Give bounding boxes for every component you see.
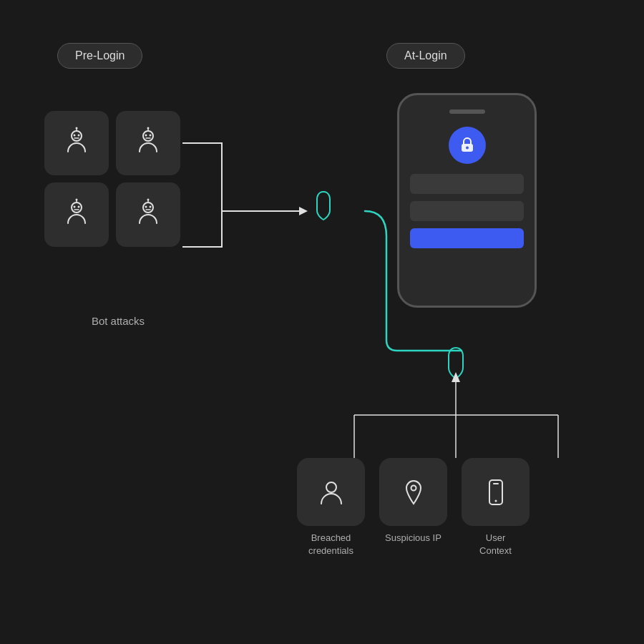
svg-point-2 bbox=[78, 135, 80, 137]
bot-cell-2 bbox=[116, 111, 180, 175]
breached-credentials-label: Breachedcredentials bbox=[308, 532, 353, 557]
svg-point-7 bbox=[150, 135, 152, 137]
bot-attacks-label: Bot attacks bbox=[72, 315, 165, 327]
svg-point-23 bbox=[411, 485, 416, 490]
svg-marker-34 bbox=[452, 372, 460, 382]
svg-point-16 bbox=[145, 206, 147, 208]
bot-icon-2 bbox=[131, 126, 165, 160]
phone-mockup bbox=[397, 93, 537, 308]
suspicious-ip-card bbox=[379, 458, 447, 526]
bot-cell-1 bbox=[44, 111, 109, 175]
svg-point-26 bbox=[494, 499, 497, 502]
phone-lock-icon bbox=[449, 127, 486, 164]
breached-credentials-card bbox=[297, 458, 365, 526]
prelogin-text: Pre-Login bbox=[75, 49, 125, 62]
user-context-wrapper: UserContext bbox=[462, 458, 530, 557]
bot-cell-4 bbox=[116, 182, 180, 247]
diagram-container: Pre-Login At-Login bbox=[0, 0, 644, 644]
svg-point-11 bbox=[74, 206, 76, 208]
svg-point-12 bbox=[78, 206, 80, 208]
svg-point-17 bbox=[150, 206, 152, 208]
svg-point-9 bbox=[147, 127, 150, 130]
location-icon bbox=[398, 477, 429, 508]
phone-field-2 bbox=[410, 201, 524, 221]
bot-icon-3 bbox=[59, 197, 94, 232]
svg-point-6 bbox=[145, 135, 147, 137]
person-icon bbox=[316, 477, 347, 508]
svg-point-21 bbox=[466, 147, 469, 150]
svg-marker-28 bbox=[299, 207, 308, 215]
svg-point-19 bbox=[147, 199, 150, 201]
phone-icon bbox=[480, 477, 512, 508]
svg-point-1 bbox=[74, 135, 76, 137]
bot-icon-4 bbox=[131, 197, 165, 232]
svg-point-5 bbox=[143, 131, 153, 141]
bot-cell-3 bbox=[44, 182, 109, 247]
atlogin-text: At-Login bbox=[404, 49, 447, 62]
user-context-label: UserContext bbox=[479, 532, 512, 557]
svg-point-0 bbox=[72, 131, 82, 141]
bot-icon-1 bbox=[59, 126, 94, 160]
bot-grid bbox=[44, 111, 180, 247]
phone-login-button bbox=[410, 228, 524, 248]
breached-credentials-wrapper: Breachedcredentials bbox=[297, 458, 365, 557]
suspicious-ip-wrapper: Suspicious IP bbox=[379, 458, 447, 557]
svg-point-14 bbox=[76, 199, 78, 201]
svg-point-15 bbox=[143, 203, 153, 213]
phone-field-1 bbox=[410, 174, 524, 194]
atlogin-label: At-Login bbox=[386, 43, 465, 69]
svg-point-4 bbox=[76, 127, 78, 130]
prelogin-label: Pre-Login bbox=[57, 43, 142, 69]
phone-notch bbox=[449, 109, 485, 114]
suspicious-ip-label: Suspicious IP bbox=[385, 532, 441, 545]
svg-point-10 bbox=[72, 203, 82, 213]
user-context-card bbox=[462, 458, 530, 526]
svg-point-22 bbox=[326, 482, 336, 492]
bottom-cards-container: Breachedcredentials Suspicious IP UserCo… bbox=[297, 458, 530, 557]
